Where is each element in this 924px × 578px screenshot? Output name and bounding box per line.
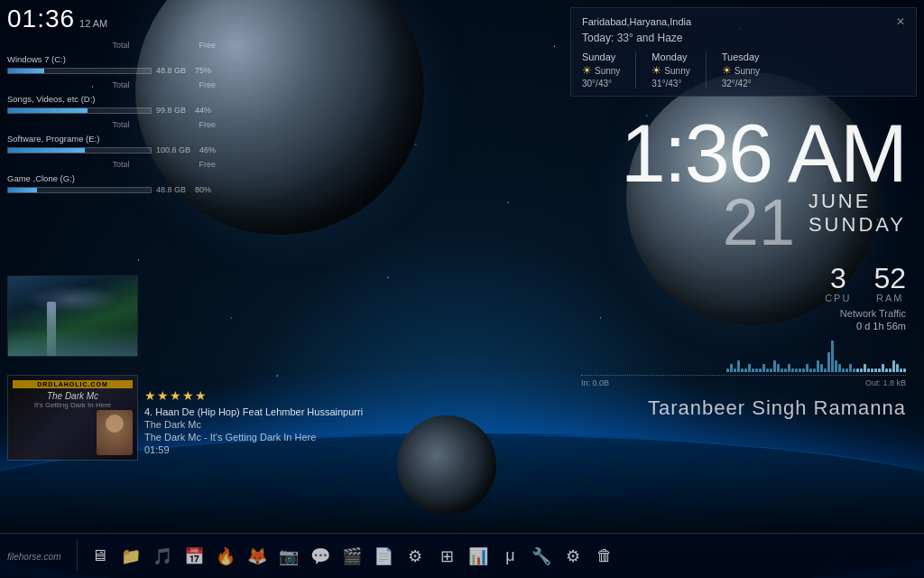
calendar-icon[interactable]: 📅 bbox=[180, 542, 208, 571]
net-bar-22 bbox=[806, 364, 808, 372]
net-bar-3 bbox=[737, 360, 740, 372]
vlc-icon[interactable]: 🎬 bbox=[337, 542, 366, 571]
net-bar-21 bbox=[802, 368, 805, 372]
net-bar-16 bbox=[784, 368, 787, 372]
taskbar-logo: filehorse.com bbox=[7, 549, 60, 563]
system-stats: 3 CPU 52 RAM bbox=[563, 264, 924, 303]
net-bar-9 bbox=[759, 368, 762, 372]
large-weekday: SUNDAY bbox=[808, 213, 906, 237]
disk-c-bar-fill bbox=[8, 69, 44, 73]
weather-sep-1 bbox=[635, 51, 636, 89]
grid-icon[interactable]: ⊞ bbox=[432, 542, 461, 571]
landscape-photo bbox=[7, 275, 138, 357]
disk-g-row: 48.8 GB 80% bbox=[7, 185, 216, 194]
net-bar-42 bbox=[878, 368, 881, 372]
net-bar-34 bbox=[849, 364, 852, 372]
weather-today-summary: Today: 33° and Haze bbox=[582, 32, 905, 44]
net-bar-48 bbox=[900, 368, 902, 372]
moon-small bbox=[397, 415, 496, 515]
weather-day-tuesday: Tuesday ☀ Sunny 32°/42° bbox=[722, 51, 760, 89]
trash-icon[interactable]: 🗑 bbox=[590, 542, 619, 571]
taskbar: filehorse.com 🖥📁🎵📅🔥🦊📷💬🎬📄⚙⊞📊μ🔧⚙🗑 bbox=[0, 533, 924, 578]
net-bar-24 bbox=[813, 368, 816, 372]
sun-icon-sunday: ☀ bbox=[582, 64, 592, 77]
net-bar-7 bbox=[752, 368, 754, 372]
sun-icon-monday: ☀ bbox=[651, 64, 661, 77]
disk-total-label4: Total bbox=[94, 160, 130, 169]
large-date-row: 21 JUNE SUNDAY bbox=[581, 190, 906, 255]
weather-close-button[interactable]: ✕ bbox=[896, 15, 905, 28]
music-artist: The Dark Mc bbox=[144, 419, 363, 430]
gear-icon[interactable]: ⚙ bbox=[559, 542, 587, 571]
disk-d-label: Songs, Videos, etc (D:) bbox=[7, 94, 216, 104]
net-bar-49 bbox=[903, 368, 906, 372]
weather-day-monday: Monday ☀ Sunny 31°/43° bbox=[651, 51, 689, 89]
disk-header-2: Total Free bbox=[7, 80, 216, 89]
monitor-icon[interactable]: 🖥 bbox=[85, 542, 114, 571]
large-date-text: JUNE SUNDAY bbox=[808, 190, 906, 241]
cpu-stat: 3 CPU bbox=[825, 264, 851, 303]
net-bar-29 bbox=[831, 340, 834, 372]
disk-free-label: Free bbox=[180, 41, 216, 50]
net-bar-19 bbox=[795, 368, 798, 372]
weather-day-tuesday-condition: ☀ Sunny bbox=[722, 64, 760, 77]
net-bar-36 bbox=[856, 368, 859, 372]
clock-small-ampm: 12 AM bbox=[79, 18, 107, 29]
firefox-icon[interactable]: 🦊 bbox=[243, 542, 272, 571]
net-bar-43 bbox=[882, 364, 884, 372]
net-bar-28 bbox=[827, 352, 830, 372]
left-panel: 01:36 12 AM Total Free Windows 7 (C:) 48… bbox=[7, 5, 216, 194]
document-icon[interactable]: 📄 bbox=[369, 542, 398, 571]
music-stars: ★★★★★ bbox=[144, 388, 363, 403]
album-subtitle: It's Getting Dark In Here bbox=[13, 401, 133, 409]
disk-header-4: Total Free bbox=[7, 160, 216, 169]
clock-small: 01:36 12 AM bbox=[7, 5, 216, 33]
weather-day-tuesday-label: Sunny bbox=[735, 66, 760, 76]
weather-day-tuesday-name: Tuesday bbox=[722, 51, 760, 62]
music-icon[interactable]: 🎵 bbox=[148, 542, 177, 571]
net-bar-30 bbox=[835, 360, 837, 372]
disk-header-3: Total Free bbox=[7, 120, 216, 129]
folder-icon[interactable]: 📁 bbox=[116, 542, 145, 571]
skype-icon[interactable]: 💬 bbox=[306, 542, 335, 571]
settings-icon[interactable]: ⚙ bbox=[401, 542, 430, 571]
tools-icon[interactable]: 🔧 bbox=[527, 542, 556, 571]
large-day-num: 21 bbox=[723, 190, 795, 255]
net-bar-15 bbox=[781, 368, 783, 372]
sun-icon-tuesday: ☀ bbox=[722, 64, 732, 77]
net-bar-11 bbox=[766, 368, 769, 372]
album-face-art bbox=[97, 410, 133, 455]
weather-location-text: Faridabad,Haryana,India bbox=[582, 16, 691, 27]
net-bar-6 bbox=[748, 364, 751, 372]
disk-e-info: 100.6 GB 46% bbox=[156, 145, 216, 154]
net-bar-32 bbox=[842, 368, 845, 372]
weather-day-sunday-temp: 30°/43° bbox=[582, 79, 612, 89]
net-bar-4 bbox=[741, 368, 744, 372]
cpu-label: CPU bbox=[825, 293, 851, 303]
large-time: 1:36 AM bbox=[581, 113, 906, 194]
net-bar-8 bbox=[755, 368, 758, 372]
cpu-value: 3 bbox=[830, 264, 846, 293]
net-bar-31 bbox=[838, 364, 841, 372]
weather-day-sunday-condition: ☀ Sunny bbox=[582, 64, 620, 77]
chart-icon[interactable]: 📊 bbox=[464, 542, 493, 571]
disk-c-label: Windows 7 (C:) bbox=[7, 54, 216, 64]
net-bar-47 bbox=[896, 364, 899, 372]
disk-d-bar-bg bbox=[7, 107, 152, 114]
net-bar-27 bbox=[824, 368, 827, 372]
camera-icon[interactable]: 📷 bbox=[274, 542, 303, 571]
net-bar-2 bbox=[734, 368, 736, 372]
disk-free-label2: Free bbox=[180, 80, 216, 89]
network-graph bbox=[581, 336, 906, 372]
net-bar-40 bbox=[871, 368, 873, 372]
disk-section: Total Free Windows 7 (C:) 48.8 GB 75% To… bbox=[7, 41, 216, 194]
weather-location-row: Faridabad,Haryana,India ✕ bbox=[582, 15, 905, 28]
mu-icon[interactable]: μ bbox=[495, 542, 524, 571]
album-art: DRDLAHOLIC.COM The Dark Mc It's Getting … bbox=[7, 375, 138, 461]
album-label: DRDLAHOLIC.COM bbox=[13, 380, 133, 388]
flame-icon[interactable]: 🔥 bbox=[211, 542, 240, 571]
disk-d-bar-fill bbox=[8, 108, 88, 113]
net-bar-26 bbox=[820, 364, 823, 372]
disk-g-label: Game ,Clone (G:) bbox=[7, 173, 216, 183]
weather-days-row: Sunday ☀ Sunny 30°/43° Monday ☀ Sunny 31… bbox=[582, 51, 905, 89]
